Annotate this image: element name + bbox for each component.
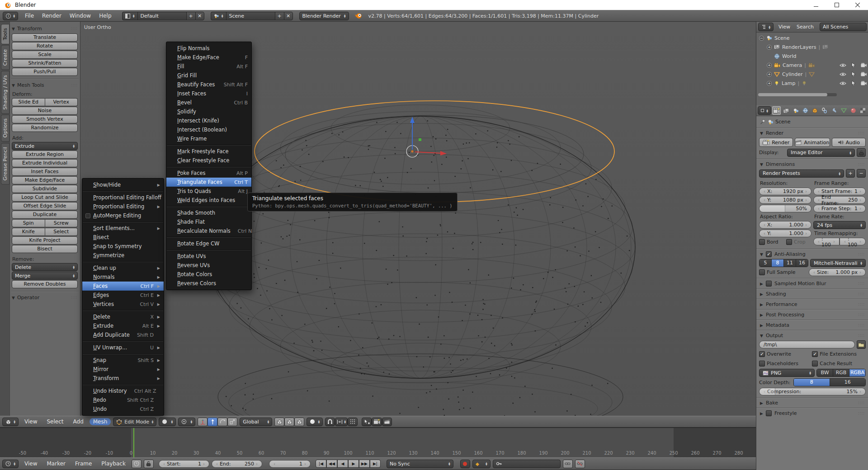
checkbox[interactable] [786,239,792,245]
outliner-row-renderlayers[interactable]: +RenderLayers| [756,42,868,52]
tool-shelf-tab-create[interactable]: Create [1,45,9,70]
jump-to-end-button[interactable]: ▶| [370,460,381,468]
checkbox[interactable] [759,269,765,275]
resolution-percentage-slider[interactable]: 50% [759,205,811,212]
audio-button[interactable]: Audio [832,138,866,147]
panel-anti-aliasing[interactable]: ▼✓Anti-Aliasing:::: [760,251,865,257]
scene-browse-button[interactable] [211,12,226,20]
checkbox[interactable]: ✓ [759,351,765,357]
menu-item-beautify-faces[interactable]: Beautify FacesShift Alt F [166,80,251,89]
menu-item-normals[interactable]: Normals▶ [82,273,164,282]
viewport-menu-add[interactable]: Add [70,418,87,425]
properties-tab-world-globe[interactable] [801,106,810,115]
button-make-edge-face[interactable]: Make Edge/Face [12,176,78,184]
panel-performance[interactable]: ▶Performance:::: [760,301,865,307]
menu-item-faces[interactable]: FacesCtrl F▶ [82,282,164,291]
proportional-edit-button[interactable] [362,418,372,426]
panel-post-processing[interactable]: ▶Post Processing:::: [760,312,865,318]
check-cache-result[interactable]: Cache Result [812,361,863,367]
properties-tab-texture-checker[interactable] [859,106,867,115]
button-bisect[interactable]: Bisect [12,245,78,253]
menu-item-rotate-colors[interactable]: Rotate Colors [166,270,251,279]
eye-icon[interactable] [840,72,846,76]
timeline-canvas[interactable]: -50-40-30-20-100102030405060708090100110… [0,428,756,457]
outliner-row-cylinder[interactable]: +Cylinder| [756,70,868,79]
editor-type-selector[interactable] [758,106,771,115]
info-menu-help[interactable]: Help [95,13,115,19]
opengl-render-button[interactable] [372,418,382,426]
menu-item-make-edge-face[interactable]: Make Edge/FaceF [166,53,251,62]
preset-remove-button[interactable]: − [857,169,866,178]
cursor-icon[interactable] [851,71,856,77]
expand-toggle[interactable]: + [767,45,772,50]
resolution-y-field[interactable]: Y:1080 px [759,196,811,204]
keying-set-dropdown[interactable]: ◆ [472,460,491,468]
channels-option-rgba[interactable]: RGBA [849,369,865,376]
menu-item-shade-flat[interactable]: Shade Flat [166,217,251,226]
pin-icon[interactable] [760,119,766,125]
menu-item-solidify[interactable]: Solidify [166,107,251,116]
button-spin[interactable]: Spin [12,219,45,227]
remap-old-field[interactable]: : 100 [813,238,840,245]
lock-button[interactable] [857,148,866,157]
extrude-dropdown[interactable]: Extrude [12,142,78,150]
menu-item-recalculate-normals[interactable]: Recalculate NormalsCtrl N [166,226,251,235]
button-vertex[interactable]: Vertex [45,98,78,106]
menu-item-flip-normals[interactable]: Flip Normals [166,44,251,53]
outliner-row-lamp[interactable]: +Lamp| [756,79,868,88]
manipulator-axis-button[interactable] [198,418,208,426]
record-button[interactable] [460,460,470,468]
properties-tab-render-camera[interactable] [772,106,781,115]
menu-item-undo[interactable]: UndoCtrl Z [82,404,164,414]
scene-add-button[interactable]: + [275,12,284,20]
checkbox[interactable] [85,213,90,218]
viewport-menu-select[interactable]: Select [43,418,67,425]
button-randomize[interactable]: Randomize [12,124,78,132]
info-menu-window[interactable]: Window [66,13,95,19]
tool-shelf-tab-options[interactable]: Options [1,114,9,141]
transform-orientation-dropdown[interactable]: Global [240,418,272,426]
button-knife-project[interactable]: Knife Project [12,236,78,244]
snap-target-button[interactable] [348,418,358,426]
play-button[interactable]: ▶ [348,460,359,468]
aa-size-field[interactable]: Size:1.000 px [809,268,866,276]
delete-keyframes-button[interactable] [575,460,585,468]
mode-dropdown[interactable]: Edit Mode [113,418,156,426]
animation-button[interactable]: Animation [795,138,830,147]
menu-item-undo-history[interactable]: Undo HistoryCtrl Alt Z [82,386,164,395]
button-subdivide[interactable]: Subdivide [12,185,78,193]
eye-icon[interactable] [840,63,846,67]
button-slide-ed[interactable]: Slide Ed [12,98,45,106]
check-file-extensions[interactable]: ✓File Extensions [812,351,863,357]
snap-magnet-button[interactable] [325,418,335,426]
menu-item-show-hide[interactable]: Show/Hide▶ [82,180,164,189]
camsmall-icon[interactable] [861,63,867,67]
menu-item-uv-unwrap-[interactable]: UV Unwrap...U▶ [82,343,164,352]
menu-item-rotate-edge-cw[interactable]: Rotate Edge CW [166,239,251,248]
current-frame-field[interactable]: 1 [269,460,311,468]
start-frame-field[interactable]: Start:1 [159,460,209,468]
panel-metadata[interactable]: ▶Metadata:::: [760,322,865,328]
frame-step-field[interactable]: Frame Step:1 [813,205,866,212]
menu-item-fill[interactable]: FillAlt F [166,62,251,71]
panel-shading[interactable]: ▶Shading:::: [760,291,865,297]
end-frame-field[interactable]: End Frame:250 [813,196,866,204]
menu-item-automerge-editing[interactable]: AutoMerge Editing [82,211,164,220]
camsmall-icon[interactable] [861,81,867,85]
info-menu-file[interactable]: File [21,13,38,19]
menu-item-triangulate-faces[interactable]: Triangulate FacesCtrl T [166,178,251,187]
button-push-pull[interactable]: Push/Pull [12,68,78,76]
editor-type-selector[interactable] [758,23,774,31]
button-smooth-vertex[interactable]: Smooth Vertex [12,115,78,123]
button-shrink-fatten[interactable]: Shrink/Fatten [12,59,78,67]
button-scale[interactable]: Scale [12,51,78,59]
active-keying-set-field[interactable] [493,460,561,468]
close-button[interactable] [847,0,868,10]
check-overwrite[interactable]: ✓Overwrite [759,351,810,357]
properties-tab-material-sphere[interactable] [849,106,858,115]
crop-checkbox[interactable]: Crop [786,239,811,245]
fps-dropdown[interactable]: 24 fps [813,221,866,229]
display-dropdown[interactable]: Image Editor [787,149,855,157]
expand-toggle[interactable]: + [767,81,772,86]
pivot-point-dropdown[interactable] [178,418,195,426]
